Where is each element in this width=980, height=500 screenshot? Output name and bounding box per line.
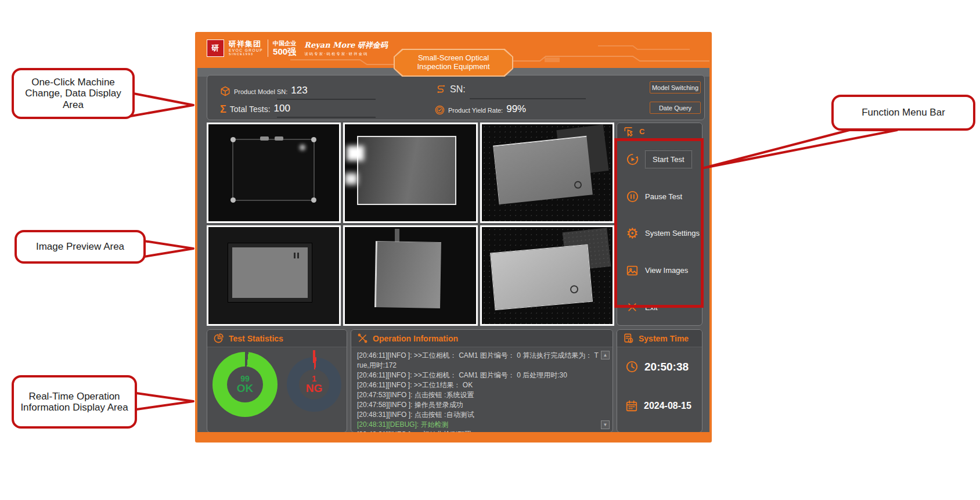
yield-rate-value: 99%	[506, 103, 526, 115]
logo-since-text: SINCE1993	[229, 53, 263, 56]
callout-image-preview: Image Preview Area	[15, 230, 146, 264]
ng-tick-mark	[313, 350, 315, 363]
brand-slogan-text: 读码专家·码检专家·研祥金码	[304, 52, 388, 57]
system-time-panel: System Time 20:50:38 2024-08-15	[617, 329, 702, 433]
scroll-up-button[interactable]: ▲	[601, 351, 610, 359]
menu-item-start-test[interactable]: Start Test	[617, 149, 702, 171]
ng-count: 1	[306, 375, 323, 383]
test-statistics-header: Test Statistics	[207, 330, 347, 347]
current-time-row: 20:50:38	[625, 360, 689, 373]
rank-bottom-text: 500强	[273, 47, 296, 56]
product-model-underline	[277, 99, 376, 100]
app-footer-band	[197, 432, 709, 440]
sn-field: SN:	[435, 83, 469, 95]
panel-frame-shape	[490, 244, 593, 310]
scroll-down-button[interactable]: ▼	[601, 420, 610, 429]
ng-donut-chart: 1 NG	[287, 357, 341, 412]
function-menu-header: C	[617, 123, 702, 141]
package-icon	[220, 86, 230, 96]
total-tests-value: 100	[274, 103, 290, 114]
script-brand-text: Reyan More 研祥金码	[304, 40, 388, 51]
log-line: [20:47:53][INFO ]: 点击按钮 :系统设置	[357, 390, 599, 400]
product-model-label: Product Model SN:	[234, 88, 287, 96]
menu-item-exit[interactable]: Exit	[617, 296, 702, 318]
app-window: 研 研祥集团 EVOC GROUP SINCE1993 中国企业 500强 Re…	[195, 32, 712, 443]
system-settings-icon: ⚙	[625, 226, 639, 240]
logo-cn-text: 研祥集团	[229, 40, 263, 48]
cursor-click-icon	[623, 126, 635, 138]
calendar-icon	[625, 400, 638, 412]
menu-item-pause-test[interactable]: Pause Test	[617, 185, 702, 207]
log-body[interactable]: [20:46:11][INFO ]: >>工位相机： CAM1 图片编号： 0 …	[351, 348, 613, 432]
panel-frame-shape	[493, 136, 593, 204]
total-tests-label: Total Tests:	[230, 105, 271, 114]
yield-rate-field: Product Yield Rate: 99%	[435, 103, 526, 115]
sigma-icon: Σ	[220, 104, 226, 114]
yield-rate-label: Product Yield Rate:	[448, 107, 503, 115]
callout-log-area: Real-Time Operation Information Display …	[12, 375, 137, 429]
camera-image-3[interactable]	[480, 123, 614, 223]
clock-icon	[625, 360, 639, 373]
date-query-button[interactable]: Date Query	[650, 102, 701, 114]
donut-chart-row: 99 OK 1 NG	[207, 352, 347, 417]
current-time-value: 20:50:38	[644, 361, 689, 373]
test-statistics-panel: Test Statistics 99 OK 1 NG	[207, 329, 347, 433]
model-switching-button[interactable]: Model Switching	[650, 81, 701, 93]
product-model-value: 123	[291, 85, 307, 96]
pause-test-label: Pause Test	[645, 192, 682, 201]
ok-count: 99	[237, 375, 254, 383]
log-line: [20:46:11][INFO ]: >>工位相机： CAM1 图片编号： 0 …	[357, 370, 599, 380]
app-header: 研 研祥集团 EVOC GROUP SINCE1993 中国企业 500强 Re…	[197, 34, 709, 68]
app-title-line1: Small-Screen Optical	[418, 54, 489, 63]
menu-item-view-images[interactable]: View Images	[617, 260, 702, 282]
log-line: [20:46:11][INFO ]: >>工位相机： CAM1 图片编号： 0 …	[357, 351, 599, 370]
camera-image-2[interactable]	[343, 123, 477, 223]
view-images-icon	[625, 264, 639, 278]
app-title-line2: Inspection Equipment	[417, 63, 489, 71]
total-tests-field: Σ Total Tests: 100	[220, 103, 290, 114]
check-circle-icon	[435, 105, 445, 115]
crossed-tools-icon	[357, 333, 368, 344]
databar-panel: Product Model SN: 123 Σ Total Tests: 100…	[207, 75, 705, 120]
callout-image-preview-label: Image Preview Area	[36, 241, 124, 252]
system-time-title: System Time	[639, 334, 689, 343]
camera-image-4[interactable]	[207, 225, 341, 326]
view-images-label: View Images	[645, 266, 688, 275]
exit-icon	[625, 300, 639, 314]
sn-label: SN:	[450, 84, 466, 95]
system-settings-label: System Settings	[645, 229, 700, 238]
pie-chart-icon	[213, 333, 224, 344]
camera-image-5[interactable]	[343, 225, 477, 326]
menu-item-system-settings[interactable]: ⚙ System Settings	[617, 222, 702, 244]
app-title-badge: Small-Screen Optical Inspection Equipmen…	[394, 49, 513, 77]
log-line-debug: [20:48:31][DEBUG]: 开始检测	[357, 420, 599, 430]
logo-en-text: EVOC GROUP	[229, 49, 263, 53]
function-menu-header-label: C	[639, 127, 644, 136]
logo-divider	[268, 39, 268, 57]
panel-frame-shape	[357, 136, 456, 205]
panel-frame-shape	[232, 139, 315, 201]
callout-function-menu: Function Menu Bar	[831, 95, 975, 131]
serial-link-icon	[435, 83, 446, 95]
callout-databar: One-Click Machine Change, Data Display A…	[12, 68, 135, 119]
operation-information-header: Operation Information	[351, 330, 613, 347]
test-statistics-title: Test Statistics	[229, 334, 283, 343]
ng-label: NG	[306, 383, 323, 394]
glare-highlight	[345, 173, 358, 185]
image-preview-grid	[207, 123, 614, 326]
camera-image-6[interactable]	[480, 225, 614, 326]
camera-image-1[interactable]	[207, 123, 341, 223]
exit-label: Exit	[645, 303, 658, 312]
current-date-value: 2024-08-15	[644, 401, 691, 411]
evoc-logo: 研	[207, 39, 224, 57]
glare-highlight	[347, 146, 364, 161]
current-date-row: 2024-08-15	[625, 400, 691, 412]
operation-information-panel: Operation Information [20:46:11][INFO ]:…	[351, 329, 613, 433]
log-line: [20:46:11][INFO ]: >>工位1结果： OK	[357, 380, 599, 390]
callout-databar-label: One-Click Machine Change, Data Display A…	[20, 77, 127, 110]
pause-test-icon	[625, 189, 639, 203]
operation-information-title: Operation Information	[373, 334, 458, 343]
ok-label: OK	[237, 383, 254, 394]
start-test-label: Start Test	[645, 150, 692, 168]
callout-log-area-label: Real-Time Operation Information Display …	[20, 391, 129, 413]
